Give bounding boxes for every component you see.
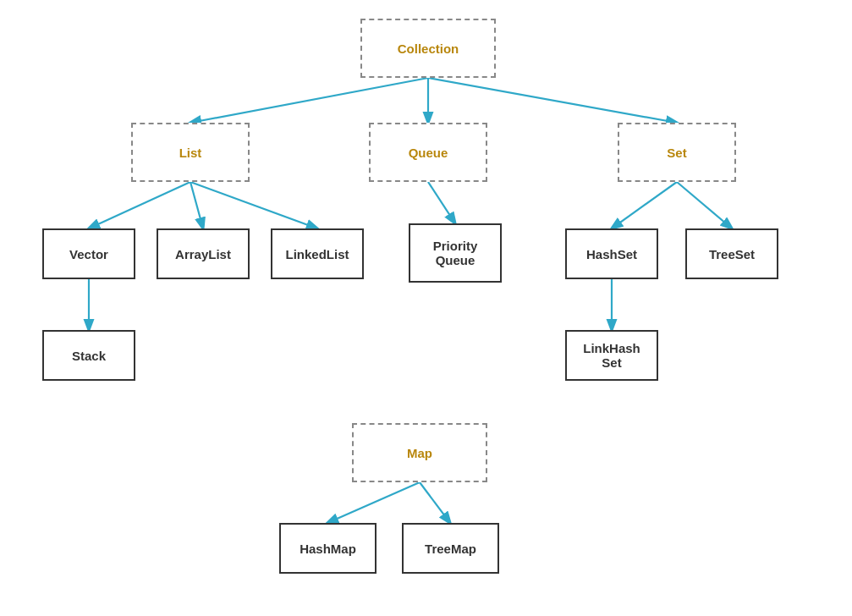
node-hashset: HashSet: [565, 228, 658, 279]
svg-line-7: [612, 182, 677, 228]
svg-line-11: [327, 482, 420, 523]
node-list: List: [131, 123, 250, 182]
svg-line-6: [428, 182, 455, 223]
svg-line-12: [420, 482, 450, 523]
node-treeset: TreeSet: [685, 228, 778, 279]
node-map: Map: [352, 423, 487, 482]
node-collection: Collection: [360, 19, 496, 78]
svg-line-0: [190, 78, 428, 123]
node-linkhashset: LinkHashSet: [565, 330, 658, 381]
svg-line-2: [428, 78, 677, 123]
svg-line-4: [190, 182, 203, 228]
node-vector: Vector: [42, 228, 135, 279]
node-arraylist: ArrayList: [157, 228, 250, 279]
node-stack: Stack: [42, 330, 135, 381]
node-treemap: TreeMap: [402, 523, 499, 574]
node-priorityqueue: PriorityQueue: [409, 223, 502, 283]
diagram: Collection List Queue Set Vector ArrayLi…: [0, 0, 852, 616]
svg-line-3: [89, 182, 190, 228]
node-queue: Queue: [369, 123, 487, 182]
node-hashmap: HashMap: [279, 523, 377, 574]
svg-line-8: [677, 182, 732, 228]
node-set: Set: [618, 123, 736, 182]
svg-line-5: [190, 182, 317, 228]
node-linkedlist: LinkedList: [271, 228, 364, 279]
